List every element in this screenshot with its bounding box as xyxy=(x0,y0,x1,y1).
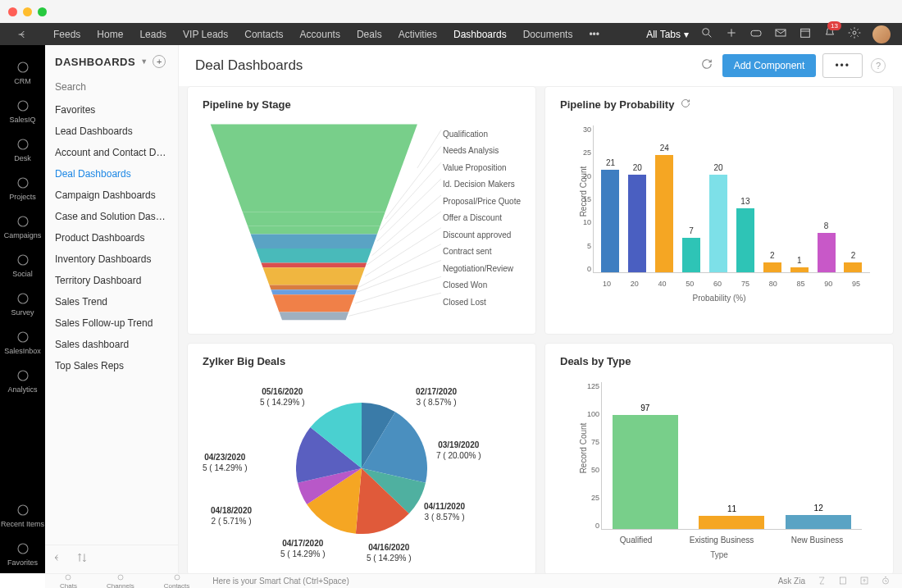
bottom-tab[interactable]: Chats xyxy=(45,572,92,588)
svg-rect-41 xyxy=(840,577,846,584)
sidebar-item[interactable]: Lead Dashboards xyxy=(45,121,178,142)
rail-item[interactable]: Desk xyxy=(0,130,45,169)
funnel-stage-label: Closed Lost xyxy=(443,294,521,311)
topnav-tab[interactable]: VIP Leads xyxy=(175,24,236,45)
svg-marker-26 xyxy=(261,262,367,267)
notifications-icon[interactable]: 13 xyxy=(823,26,836,42)
user-avatar[interactable] xyxy=(872,25,891,43)
svg-marker-28 xyxy=(263,267,365,285)
refresh-icon[interactable] xyxy=(681,98,690,111)
gamepad-icon[interactable] xyxy=(749,26,763,42)
plus-icon[interactable] xyxy=(725,26,738,42)
maximize-dot-icon[interactable] xyxy=(38,7,47,16)
topnav-tab[interactable]: Dashboards xyxy=(445,24,515,45)
sidebar-item[interactable]: Account and Contact Da... xyxy=(45,142,178,163)
help-icon[interactable]: ? xyxy=(871,58,886,73)
rail-item[interactable]: SalesInbox xyxy=(0,323,45,362)
bottom-bar: ChatsChannelsContacts Here is your Smart… xyxy=(45,573,902,588)
sidebar-item[interactable]: Product Dashboards xyxy=(45,227,178,248)
topnav-tab[interactable]: Home xyxy=(89,24,131,45)
all-tabs-dropdown[interactable]: All Tabs ▾ xyxy=(646,29,689,40)
sidebar-item[interactable]: Territory Dashboard xyxy=(45,270,178,291)
sidebar-item[interactable]: Top Sales Reps xyxy=(45,355,178,376)
add-dashboard-button[interactable]: + xyxy=(153,55,166,68)
svg-marker-24 xyxy=(256,248,371,262)
bottom-tab[interactable]: Contacts xyxy=(149,572,205,588)
mail-icon[interactable] xyxy=(774,26,787,42)
sort-icon[interactable] xyxy=(76,552,88,567)
svg-marker-16 xyxy=(211,125,417,212)
bottom-tab[interactable]: Channels xyxy=(92,572,149,588)
more-tabs-icon[interactable]: ••• xyxy=(581,24,608,45)
bar: 7 xyxy=(682,238,700,272)
svg-line-35 xyxy=(355,276,441,303)
topnav-tab[interactable]: Contacts xyxy=(236,24,291,45)
topnav-tab[interactable]: Accounts xyxy=(292,24,348,45)
rail-item[interactable]: Analytics xyxy=(0,362,45,400)
sidebar-item[interactable]: Sales Trend xyxy=(45,291,178,312)
svg-point-4 xyxy=(853,31,856,34)
svg-point-14 xyxy=(18,505,28,515)
pie-slice-label: 04/23/20205 ( 14.29% ) xyxy=(203,452,247,473)
svg-point-13 xyxy=(18,371,28,381)
svg-marker-22 xyxy=(251,234,377,248)
refresh-icon[interactable] xyxy=(701,58,713,73)
rail-item[interactable]: Campaigns xyxy=(0,207,45,246)
more-actions-button[interactable]: ••• xyxy=(822,53,863,78)
note-icon[interactable] xyxy=(838,576,848,587)
sidebar-item[interactable]: Campaign Dashboards xyxy=(45,185,178,206)
bar: 97 xyxy=(613,415,678,529)
search-icon[interactable] xyxy=(700,26,713,42)
back-icon[interactable] xyxy=(0,28,45,41)
topnav-tab[interactable]: Leads xyxy=(131,24,175,45)
zia-icon[interactable] xyxy=(817,576,827,587)
smart-chat-input[interactable]: Here is your Smart Chat (Ctrl+Space) xyxy=(204,577,777,586)
gear-icon[interactable] xyxy=(848,26,861,42)
bar: 8 xyxy=(818,233,836,272)
topnav-tab[interactable]: Deals xyxy=(348,24,390,45)
topnav-tab[interactable]: Feeds xyxy=(45,24,89,45)
calendar-icon[interactable] xyxy=(799,26,812,42)
sidebar-item[interactable]: Deal Dashboards xyxy=(45,163,178,185)
bar: 21 xyxy=(601,170,619,272)
pie-slice-label: 03/19/20207 ( 20.00% ) xyxy=(436,440,481,461)
sidebar-item[interactable]: Sales Follow-up Trend xyxy=(45,312,178,334)
rail-item[interactable]: Social xyxy=(0,246,45,285)
rail-item[interactable]: Favorites xyxy=(0,535,45,573)
sidebar-search-input[interactable] xyxy=(52,78,171,96)
topnav: FeedsHomeLeadsVIP LeadsContactsAccountsD… xyxy=(0,23,902,45)
rail-item[interactable]: Projects xyxy=(0,169,45,207)
sidebar-item[interactable]: Favorites xyxy=(45,99,178,121)
topnav-tab[interactable]: Documents xyxy=(515,24,581,45)
x-axis-label: Type xyxy=(710,550,728,559)
card-title: Pipeline by Probability xyxy=(560,98,674,111)
clock-icon[interactable] xyxy=(881,576,891,587)
funnel-stage-label: Discount approved xyxy=(443,226,521,244)
bar: 20 xyxy=(628,175,646,272)
sidebar-item[interactable]: Case and Solution Dash... xyxy=(45,206,178,227)
svg-line-33 xyxy=(357,260,441,292)
dashboard-sidebar: DASHBOARDS ▼ + FavoritesLead DashboardsA… xyxy=(45,45,179,573)
svg-point-6 xyxy=(18,101,28,111)
topnav-tab[interactable]: Activities xyxy=(390,24,445,45)
upload-icon[interactable] xyxy=(859,576,869,587)
card-deals-type: Deals by Type Record Count 1251007550250… xyxy=(544,343,894,573)
pie-chart: 02/17/20203 ( 8.57% )03/19/20207 ( 20.00… xyxy=(203,374,521,563)
minimize-dot-icon[interactable] xyxy=(23,7,32,16)
sidebar-item[interactable]: Inventory Dashboards xyxy=(45,248,178,270)
sidebar-item[interactable]: Sales dashboard xyxy=(45,334,178,355)
chevron-down-icon[interactable]: ▼ xyxy=(140,57,148,66)
bar: 12 xyxy=(786,515,851,529)
rail-item[interactable]: CRM xyxy=(0,53,45,92)
rail-item[interactable]: Survey xyxy=(0,285,45,323)
rail-item[interactable]: Recent Items xyxy=(0,496,45,535)
rail-item[interactable]: SalesIQ xyxy=(0,92,45,130)
funnel-stage-label: Id. Decision Makers xyxy=(443,176,521,194)
card-big-deals: Zylker Big Deals 02/17/20203 ( 8.57% )03… xyxy=(187,343,536,573)
close-dot-icon[interactable] xyxy=(8,7,17,16)
all-tabs-label: All Tabs xyxy=(646,29,681,40)
bar: 11 xyxy=(699,516,764,529)
add-component-button[interactable]: Add Component xyxy=(722,54,817,77)
collapse-icon[interactable] xyxy=(53,552,65,567)
ask-zia-button[interactable]: Ask Zia xyxy=(778,577,805,586)
